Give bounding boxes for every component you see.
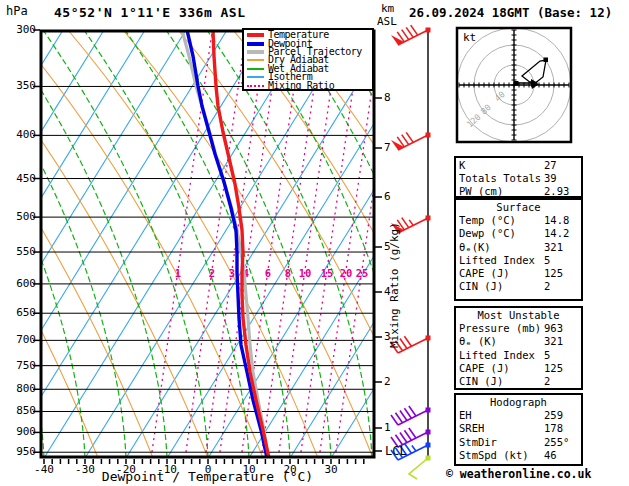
row-label: SREH [459,422,544,435]
table-row: θₑ(K)321 [459,241,578,254]
table-row: EH259 [459,409,578,422]
pressure-tick-label: 400 [4,128,36,141]
row-value: 125 [544,362,578,375]
altitude-unit-asl-label: ASL [377,15,397,28]
pressure-tick-label: 300 [4,23,36,36]
temp-tick-label: 10 [232,463,266,476]
surface-table: SurfaceTemp (°C)14.8Dewp (°C)14.2θₑ(K)32… [454,198,583,301]
mixing-ratio-axis-label: Mixing Ratio (g/kg) [388,198,401,348]
pressure-tick-label: 650 [4,306,36,319]
legend: TemperatureDewpointParcel TrajectoryDry … [242,28,374,91]
datetime-title: 26.09.2024 18GMT (Base: 12) [409,5,612,20]
hodograph-unit-label: kt [463,31,476,44]
legend-swatch-thin [247,68,264,70]
pressure-unit-label: hPa [6,4,28,18]
pressure-tick-label: 950 [4,445,36,458]
temp-tick-label: -20 [109,463,143,476]
hodograph-ring-label: 120 [465,112,483,130]
row-label: StmSpd (kt) [459,449,544,462]
row-value: 14.8 [544,214,578,227]
legend-swatch-thick [247,42,264,46]
row-label: Lifted Index [459,254,544,267]
row-value: 321 [544,241,578,254]
row-value: 2 [544,280,578,293]
hodograph-point-marker [544,58,549,63]
mixing-ratio-value-label: 3 [229,267,235,279]
table-row: StmDir255° [459,436,578,449]
km-tick-label: 1 [384,421,404,434]
temperature-trace [213,30,269,458]
legend-item-label: Mixing Ratio [268,82,334,90]
km-tick-label: 5 [384,240,404,253]
km-tick-label: 2 [384,375,404,388]
temp-tick-label: 0 [191,463,225,476]
row-value: 5 [544,254,578,267]
legend-swatch-thick [247,33,264,37]
row-value: 2.93 [544,185,578,198]
row-label: θₑ (K) [459,335,544,348]
indices-table: K27Totals Totals39PW (cm)2.93 [454,156,583,198]
row-label: StmDir [459,436,544,449]
pressure-tick-label: 750 [4,359,36,372]
pressure-tick-label: 700 [4,333,36,346]
row-label: CIN (J) [459,375,544,388]
wind-barb-half-feather [409,220,413,226]
temp-tick-label: -10 [150,463,184,476]
wind-barb-feather [406,132,413,142]
wind-barb-feather [402,30,409,40]
station-title: 45°52'N 1°11'E 336m ASL [54,5,246,20]
pressure-tick-label: 800 [4,382,36,395]
table-row: Lifted Index5 [459,254,578,267]
wind-barb-feather [406,27,413,37]
temp-tick-label: 20 [273,463,307,476]
mixing-ratio-value-label: 2 [209,267,215,279]
row-value: 259 [544,409,578,422]
row-value: 39 [544,172,578,185]
skewt-sounding-app: 123468101520254080120 hPa 45°52'N 1°11'E… [0,0,629,486]
wind-barb [391,25,431,45]
wind-barb-feather [402,218,409,228]
legend-swatch-dotted [247,85,264,87]
table-row: PW (cm)2.93 [459,185,578,198]
row-label: CAPE (J) [459,267,544,280]
hodograph-table: HodographEH259SREH178StmDir255°StmSpd (k… [454,393,583,466]
table-row: CIN (J)2 [459,375,578,388]
row-label: Lifted Index [459,349,544,362]
table-row: K27 [459,159,578,172]
legend-swatch-thick [247,50,264,54]
row-label: PW (cm) [459,185,544,198]
pressure-tick-label: 350 [4,79,36,92]
isotherm [208,30,473,458]
row-label: θₑ(K) [459,241,544,254]
legend-swatch-thin [247,59,264,61]
hodograph-inner: 4080120 [457,28,571,142]
table-row: Totals Totals39 [459,172,578,185]
hodograph-start-marker [514,81,519,86]
wind-barb-feather [409,406,416,416]
row-value: 321 [544,335,578,348]
row-label: Dewp (°C) [459,227,544,240]
hodograph-table-title: Hodograph [459,396,578,409]
pressure-tick-label: 600 [4,277,36,290]
mixing-ratio-value-label: 8 [285,267,291,279]
row-value: 178 [544,422,578,435]
row-label: Temp (°C) [459,214,544,227]
wind-barb-feather [411,25,418,35]
wind-barb-feather [400,433,407,443]
table-row: θₑ (K)321 [459,335,578,348]
wind-barb-feather [409,428,416,438]
pressure-tick-label: 850 [4,404,36,417]
row-value: 14.2 [544,227,578,240]
isotherm [44,30,309,458]
pressure-tick-label: 550 [4,245,36,258]
row-label: K [459,159,544,172]
row-label: Totals Totals [459,172,544,185]
table-row: Temp (°C)14.8 [459,214,578,227]
surface-table-title: Surface [459,201,578,214]
altitude-unit-km-label: km [381,2,394,15]
table-row: CAPE (J)125 [459,267,578,280]
row-value: 125 [544,267,578,280]
mixing-ratio-value-label: 25 [356,267,369,279]
legend-item: Mixing Ratio [247,81,370,89]
mixing-ratio-value-label: 1 [175,267,181,279]
